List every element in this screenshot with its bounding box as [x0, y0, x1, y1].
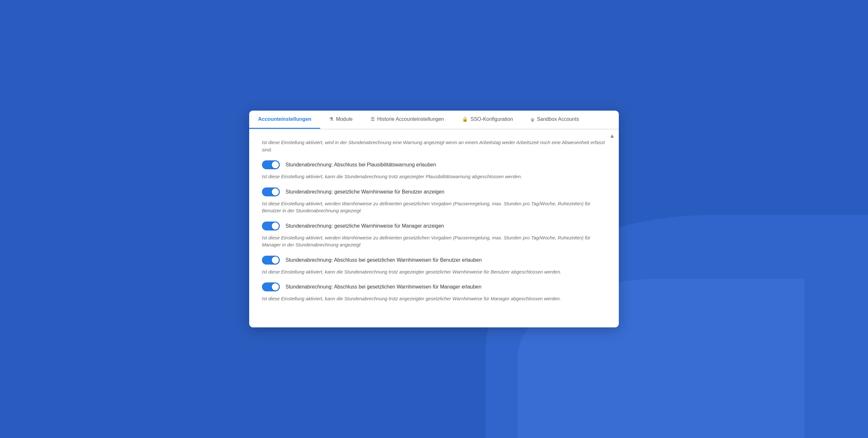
toggle-warnings-manager-slider: [262, 222, 280, 231]
setting-abschluss-manager: Stundenabrechnung: Abschluss bei gesetzl…: [262, 283, 606, 302]
setting-desc-3: Ist diese Einstellung aktiviert, werden …: [262, 200, 606, 214]
setting-row-3: Stundenabrechnung: gesetzliche Warnhinwe…: [262, 187, 606, 196]
tab-module[interactable]: ⚗ Module: [320, 111, 361, 129]
main-panel: Accounteinstellungen ⚗ Module ☰ Historie…: [249, 111, 619, 327]
tab-sandbox[interactable]: ψ Sandbox Accounts: [522, 111, 588, 129]
tab-module-label: Module: [336, 116, 352, 122]
toggle-abschluss-manager-slider: [262, 283, 280, 291]
toggle-warnings-benutzer[interactable]: [262, 187, 280, 196]
sso-icon: 🔒: [462, 116, 468, 122]
setting-row-6: Stundenabrechnung: Abschluss bei gesetzl…: [262, 283, 606, 291]
tab-historie[interactable]: ☰ Historie Accounteinstellungen: [362, 111, 453, 129]
toggle-abschluss-benutzer-slider: [262, 256, 280, 265]
setting-abschluss-benutzer: Stundenabrechnung: Abschluss bei gesetzl…: [262, 256, 606, 276]
tab-sso[interactable]: 🔒 SSO-Konfiguration: [453, 111, 522, 129]
tab-sandbox-label: Sandbox Accounts: [537, 116, 579, 122]
tab-historie-label: Historie Accounteinstellungen: [377, 116, 444, 122]
setting-row-4: Stundenabrechnung: gesetzliche Warnhinwe…: [262, 222, 606, 231]
setting-label-4: Stundenabrechnung: gesetzliche Warnhinwe…: [285, 223, 444, 229]
scroll-up-arrow[interactable]: ▲: [609, 133, 615, 139]
historie-icon: ☰: [371, 116, 375, 122]
content-area: ▲ Ist diese Einstellung aktiviert, wird …: [249, 129, 619, 327]
setting-desc-6: Ist diese Einstellung aktiviert, kann di…: [262, 295, 606, 302]
setting-plausibility-warning: Stundenabrechnung: Abschluss bei Plausib…: [262, 160, 606, 180]
module-icon: ⚗: [329, 116, 333, 122]
setting-label-6: Stundenabrechnung: Abschluss bei gesetzl…: [285, 284, 482, 290]
setting-label-5: Stundenabrechnung: Abschluss bei gesetzl…: [285, 257, 482, 263]
setting-warnings-manager: Stundenabrechnung: gesetzliche Warnhinwe…: [262, 222, 606, 249]
tab-accounteinstellungen-label: Accounteinstellungen: [258, 116, 311, 122]
setting-row-5: Stundenabrechnung: Abschluss bei gesetzl…: [262, 256, 606, 265]
description-intro-text: Ist diese Einstellung aktiviert, wird in…: [262, 139, 606, 153]
tab-sso-label: SSO-Konfiguration: [471, 116, 513, 122]
sandbox-icon: ψ: [531, 117, 534, 122]
toggle-plausibility-slider: [262, 160, 280, 169]
setting-desc-5: Ist diese Einstellung aktiviert, kann di…: [262, 268, 606, 276]
tab-accounteinstellungen[interactable]: Accounteinstellungen: [249, 111, 320, 129]
setting-warnings-benutzer: Stundenabrechnung: gesetzliche Warnhinwe…: [262, 187, 606, 214]
toggle-abschluss-manager[interactable]: [262, 283, 280, 291]
toggle-abschluss-benutzer[interactable]: [262, 256, 280, 265]
setting-label-3: Stundenabrechnung: gesetzliche Warnhinwe…: [285, 189, 444, 195]
toggle-warnings-benutzer-slider: [262, 187, 280, 196]
setting-desc-2: Ist diese Einstellung aktiviert, kann di…: [262, 173, 606, 180]
tabs-bar: Accounteinstellungen ⚗ Module ☰ Historie…: [249, 111, 619, 129]
setting-row-2: Stundenabrechnung: Abschluss bei Plausib…: [262, 160, 606, 169]
setting-desc-4: Ist diese Einstellung aktiviert, werden …: [262, 234, 606, 249]
setting-label-2: Stundenabrechnung: Abschluss bei Plausib…: [285, 162, 436, 168]
toggle-warnings-manager[interactable]: [262, 222, 280, 231]
toggle-plausibility[interactable]: [262, 160, 280, 169]
description-intro: Ist diese Einstellung aktiviert, wird in…: [262, 139, 606, 153]
